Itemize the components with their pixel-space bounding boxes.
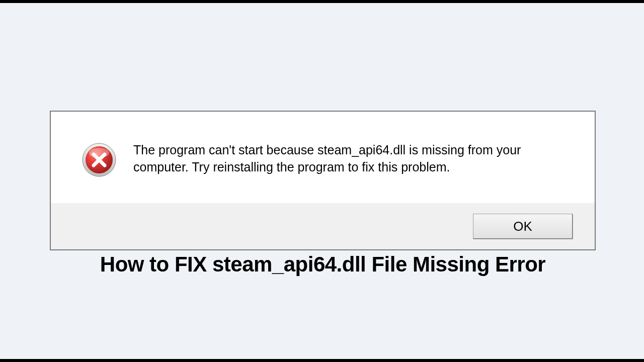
ok-button[interactable]: OK — [473, 214, 573, 239]
dialog-footer: OK — [51, 203, 595, 249]
letterbox-top — [0, 0, 644, 3]
letterbox-bottom — [0, 359, 644, 362]
svg-point-2 — [89, 148, 109, 158]
caption-text: How to FIX steam_api64.dll File Missing … — [50, 252, 596, 277]
dialog-message: The program can't start because steam_ap… — [133, 141, 570, 176]
error-icon — [81, 142, 117, 178]
dialog-body: The program can't start because steam_ap… — [51, 112, 595, 203]
error-dialog: The program can't start because steam_ap… — [50, 111, 596, 250]
